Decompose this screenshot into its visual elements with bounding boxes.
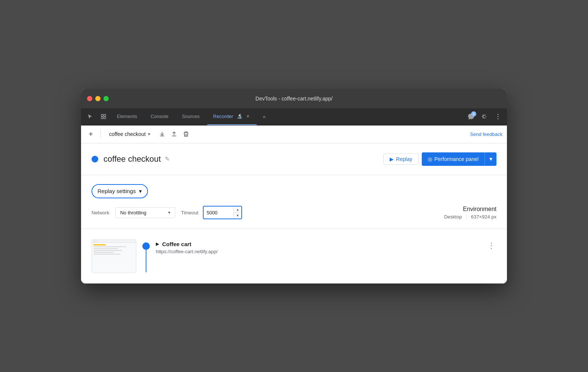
- thumb-body: [92, 243, 136, 273]
- timeout-group: Timeout ▲ ▼: [181, 206, 242, 219]
- replay-button[interactable]: ▶ Replay: [383, 154, 419, 165]
- svg-rect-2: [101, 117, 103, 119]
- tab-recorder[interactable]: Recorder 🔬 ✕: [207, 108, 257, 125]
- env-divider: [466, 215, 467, 219]
- window-title: DevTools - coffee-cart.netlify.app/: [256, 96, 332, 102]
- network-label: Network: [92, 210, 109, 216]
- main-content: coffee checkout ✎ ▶ Replay ◎ Performance…: [81, 143, 507, 283]
- step-line: [146, 250, 146, 272]
- timeout-increment[interactable]: ▲: [234, 207, 241, 213]
- thumbnail-content: [92, 240, 136, 273]
- svg-rect-0: [101, 114, 103, 116]
- step-content: ▶ Coffee cart https://coffee-cart.netlif…: [156, 239, 480, 254]
- recording-selector[interactable]: coffee checkout ▾: [105, 130, 154, 139]
- titlebar: DevTools - coffee-cart.netlify.app/: [81, 89, 507, 108]
- step-dot: [142, 242, 150, 250]
- settings-section: Replay settings ▾ Network No throttling …: [81, 175, 507, 229]
- minimize-button[interactable]: [95, 96, 100, 101]
- chevron-down-icon: ▾: [489, 155, 492, 162]
- notification-badge: 1: [471, 111, 476, 117]
- recording-actions: ▶ Replay ◎ Performance panel ▾: [383, 152, 496, 166]
- environment-title: Environment: [444, 206, 496, 213]
- chevron-down-icon: ▾: [139, 188, 142, 195]
- tab-console[interactable]: Console: [145, 108, 174, 125]
- toolbar: + coffee checkout ▾ Send feedb: [81, 125, 507, 143]
- cursor-icon[interactable]: [84, 111, 96, 123]
- step-title: Coffee cart: [162, 241, 191, 247]
- settings-icon[interactable]: [479, 111, 490, 123]
- tab-sources[interactable]: Sources: [176, 108, 206, 125]
- thumb-topbar: [92, 240, 136, 243]
- perf-icon: ◎: [428, 156, 432, 162]
- expand-icon[interactable]: ▶: [156, 241, 159, 247]
- more-tabs-icon[interactable]: »: [258, 111, 270, 123]
- recording-title: coffee checkout: [103, 154, 161, 164]
- step-more-options[interactable]: ⋮: [486, 239, 496, 251]
- settings-row: Network No throttling ▾ Timeout ▲ ▼: [92, 206, 496, 220]
- svg-point-6: [498, 118, 499, 120]
- tab-close-icon[interactable]: ✕: [245, 113, 251, 119]
- export-button[interactable]: [157, 129, 167, 139]
- import-button[interactable]: [169, 129, 179, 139]
- recording-header: coffee checkout ✎ ▶ Replay ◎ Performance…: [81, 143, 507, 175]
- step-thumbnail: [92, 239, 136, 273]
- tab-elements[interactable]: Elements: [111, 108, 143, 125]
- timeout-spinners: ▲ ▼: [233, 207, 241, 218]
- chevron-down-icon: ▾: [148, 131, 150, 137]
- svg-point-5: [498, 116, 499, 117]
- traffic-lights: [87, 96, 109, 101]
- list-item: ▶ Coffee cart https://coffee-cart.netlif…: [92, 236, 496, 276]
- add-recording-button[interactable]: +: [86, 129, 96, 139]
- perf-panel-dropdown[interactable]: ▾: [485, 152, 496, 166]
- timeout-decrement[interactable]: ▼: [234, 213, 241, 218]
- edit-title-icon[interactable]: ✎: [165, 155, 170, 162]
- devtools-window: DevTools - coffee-cart.netlify.app/ Elem…: [81, 89, 507, 283]
- timeout-input-wrapper: ▲ ▼: [203, 206, 242, 219]
- replay-settings-toggle[interactable]: Replay settings ▾: [92, 184, 148, 198]
- timeout-label: Timeout: [181, 210, 198, 216]
- timeout-input[interactable]: [204, 208, 233, 218]
- environment-section: Environment Desktop 637×924 px: [444, 206, 496, 220]
- recording-status-dot: [92, 156, 98, 162]
- svg-rect-1: [104, 114, 106, 116]
- tabbar: Elements Console Sources Recorder 🔬 ✕ » …: [81, 108, 507, 125]
- tabbar-left: Elements Console Sources Recorder 🔬 ✕ »: [84, 108, 270, 125]
- layers-icon[interactable]: [98, 111, 109, 123]
- select-chevron-icon: ▾: [168, 210, 170, 215]
- recording-name: coffee checkout: [109, 131, 146, 137]
- toolbar-divider: [100, 130, 101, 139]
- tabbar-right: 1: [465, 108, 504, 125]
- step-connector: [142, 239, 150, 272]
- close-button[interactable]: [87, 96, 92, 101]
- steps-section: ▶ Coffee cart https://coffee-cart.netlif…: [81, 229, 507, 283]
- network-throttling-select[interactable]: No throttling ▾: [115, 207, 175, 218]
- performance-panel-button[interactable]: ◎ Performance panel: [422, 152, 485, 166]
- chat-icon[interactable]: 1: [465, 111, 477, 123]
- step-url: https://coffee-cart.netlify.app/: [156, 249, 480, 254]
- maximize-button[interactable]: [103, 96, 109, 101]
- svg-rect-3: [104, 117, 106, 119]
- svg-point-4: [498, 114, 499, 115]
- send-feedback-link[interactable]: Send feedback: [470, 131, 502, 137]
- toolbar-actions: [157, 129, 191, 139]
- environment-details: Desktop 637×924 px: [444, 214, 496, 220]
- delete-button[interactable]: [181, 129, 191, 139]
- more-options-icon[interactable]: [492, 111, 504, 123]
- perf-panel-group: ◎ Performance panel ▾: [422, 152, 496, 166]
- play-icon: ▶: [390, 156, 394, 162]
